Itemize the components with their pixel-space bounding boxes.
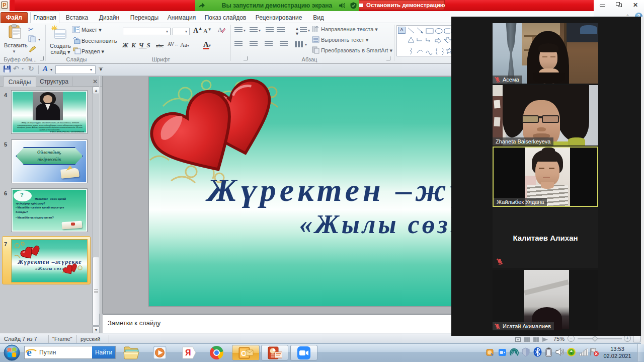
svg-text:Я: Я xyxy=(185,348,191,357)
svg-text:O: O xyxy=(241,349,247,357)
